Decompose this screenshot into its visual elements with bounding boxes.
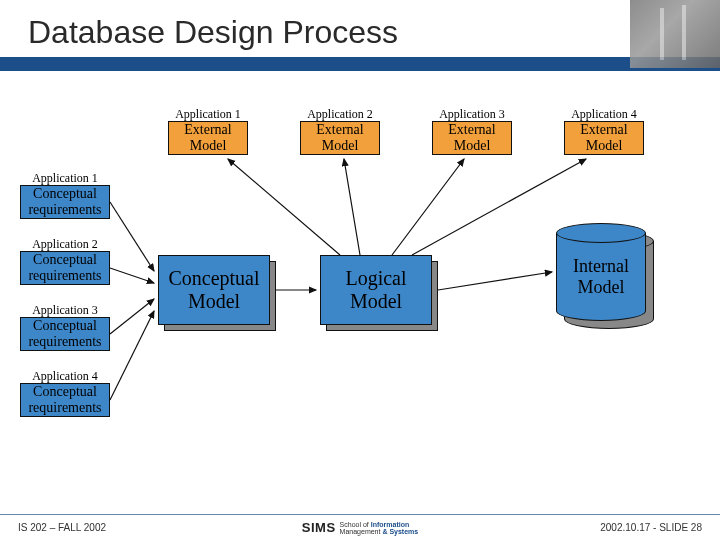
- svg-line-3: [110, 311, 154, 400]
- svg-line-1: [110, 268, 154, 283]
- svg-line-2: [110, 299, 154, 334]
- req4-label: Application 4: [20, 369, 110, 384]
- conceptual-req-4: Conceptual requirements: [20, 383, 110, 417]
- logical-model-box: Logical Model: [320, 255, 432, 325]
- req2-label: Application 2: [20, 237, 110, 252]
- external-model-4: External Model: [564, 121, 644, 155]
- svg-line-0: [110, 202, 154, 271]
- slide-header: Database Design Process: [0, 0, 720, 57]
- decorative-photo: [630, 0, 720, 68]
- app4-label: Application 4: [564, 107, 644, 122]
- external-model-1: External Model: [168, 121, 248, 155]
- footer-right: 2002.10.17 - SLIDE 28: [600, 522, 702, 533]
- sims-logo-text: SIMS: [302, 520, 336, 535]
- internal-model-label: Internal Model: [556, 256, 646, 297]
- slide-footer: IS 202 – FALL 2002 SIMS School of Inform…: [0, 514, 720, 540]
- footer-logo: SIMS School of Information Management & …: [302, 520, 418, 535]
- conceptual-model-box: Conceptual Model: [158, 255, 270, 325]
- app1-label: Application 1: [168, 107, 248, 122]
- conceptual-req-2: Conceptual requirements: [20, 251, 110, 285]
- req1-label: Application 1: [20, 171, 110, 186]
- svg-line-5: [438, 272, 552, 290]
- app2-label: Application 2: [300, 107, 380, 122]
- req3-label: Application 3: [20, 303, 110, 318]
- sims-subtext: School of Information Management & Syste…: [340, 521, 419, 535]
- svg-line-6: [228, 159, 340, 255]
- page-title: Database Design Process: [28, 14, 700, 51]
- footer-left: IS 202 – FALL 2002: [18, 522, 106, 533]
- app3-label: Application 3: [432, 107, 512, 122]
- svg-line-8: [392, 159, 464, 255]
- external-model-3: External Model: [432, 121, 512, 155]
- conceptual-req-1: Conceptual requirements: [20, 185, 110, 219]
- diagram-canvas: Application 1 External Model Application…: [0, 71, 720, 511]
- svg-line-7: [344, 159, 360, 255]
- external-model-2: External Model: [300, 121, 380, 155]
- conceptual-req-3: Conceptual requirements: [20, 317, 110, 351]
- header-bar: [0, 57, 720, 71]
